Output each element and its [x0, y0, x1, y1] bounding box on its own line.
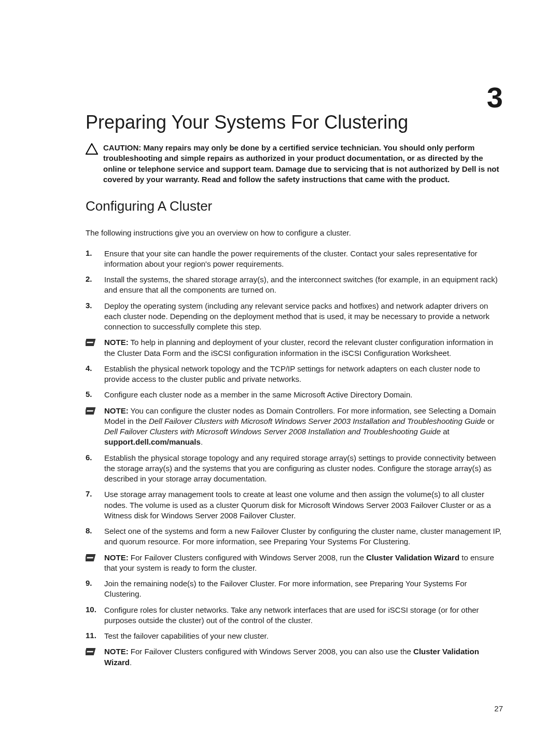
step-text: Deploy the operating system (including a…: [104, 301, 503, 333]
note-label: NOTE:: [104, 553, 129, 562]
note-label: NOTE:: [104, 338, 129, 347]
note-text: NOTE: To help in planning and deployment…: [104, 337, 503, 359]
note-label: NOTE:: [104, 406, 129, 415]
caution-icon: [86, 143, 98, 155]
note-italic: Dell Failover Clusters with Microsoft Wi…: [104, 427, 441, 436]
list-item: 6. Establish the physical storage topolo…: [86, 453, 503, 485]
step-text: Configure roles for cluster networks. Ta…: [104, 605, 503, 626]
note-prefix: For Failover Clusters configured with Wi…: [131, 647, 413, 656]
step-text: Use storage array management tools to cr…: [104, 489, 503, 521]
step-text: Configure each cluster node as a member …: [104, 390, 503, 400]
note-italic: Dell Failover Clusters with Microsoft Wi…: [149, 417, 485, 425]
note-text: NOTE: You can configure the cluster node…: [104, 406, 503, 448]
page-number: 27: [494, 704, 503, 713]
note-icon: [86, 338, 97, 347]
step-number: 7.: [86, 489, 104, 498]
note-body: To help in planning and deployment of yo…: [104, 338, 493, 357]
step-number: 10.: [86, 605, 104, 614]
note-block: NOTE: To help in planning and deployment…: [86, 337, 503, 359]
list-item: 5. Configure each cluster node as a memb…: [86, 390, 503, 400]
step-number: 1.: [86, 249, 104, 257]
note-bold: support.dell.com/manuals: [104, 437, 201, 446]
step-number: 3.: [86, 301, 104, 310]
note-prefix: For Failover Clusters configured with Wi…: [131, 553, 366, 562]
note-text: NOTE: For Failover Clusters configured w…: [104, 646, 503, 668]
note-bold: Cluster Validation Wizard: [366, 553, 459, 562]
step-number: 8.: [86, 526, 104, 535]
note-block: NOTE: For Failover Clusters configured w…: [86, 646, 503, 668]
note-block: NOTE: For Failover Clusters configured w…: [86, 553, 503, 574]
caution-body: Many repairs may only be done by a certi…: [103, 143, 499, 184]
step-text: Establish the physical storage topology …: [104, 453, 503, 485]
note-mid: or: [485, 417, 495, 425]
chapter-title: Preparing Your Systems For Clustering: [86, 112, 503, 133]
note-text: NOTE: For Failover Clusters configured w…: [104, 553, 503, 574]
step-text: Establish the physical network topology …: [104, 364, 503, 385]
section-title: Configuring A Cluster: [86, 198, 503, 214]
step-text: Install the systems, the shared storage …: [104, 274, 503, 296]
note-mid: at: [441, 427, 450, 436]
list-item: 1. Ensure that your site can handle the …: [86, 249, 503, 270]
caution-text: CAUTION: Many repairs may only be done b…: [103, 143, 503, 185]
note-label: NOTE:: [104, 647, 129, 656]
step-number: 11.: [86, 631, 104, 640]
step-number: 9.: [86, 578, 104, 587]
step-text: Select one of the systems and form a new…: [104, 526, 503, 547]
list-item: 11. Test the failover capabilities of yo…: [86, 631, 503, 641]
caution-label: CAUTION:: [103, 143, 141, 152]
step-text: Ensure that your site can handle the pow…: [104, 249, 503, 270]
list-item: 4. Establish the physical network topolo…: [86, 364, 503, 385]
list-item: 9. Join the remaining node(s) to the Fai…: [86, 578, 503, 600]
step-text: Join the remaining node(s) to the Failov…: [104, 578, 503, 600]
steps-list: 1. Ensure that your site can handle the …: [86, 249, 503, 668]
step-number: 5.: [86, 390, 104, 398]
step-number: 2.: [86, 274, 104, 283]
note-suffix: .: [201, 437, 203, 446]
note-icon: [86, 647, 97, 656]
step-number: 4.: [86, 364, 104, 373]
list-item: 7. Use storage array management tools to…: [86, 489, 503, 521]
step-text: Test the failover capabilities of your n…: [104, 631, 503, 641]
chapter-number: 3: [487, 80, 503, 114]
list-item: 8. Select one of the systems and form a …: [86, 526, 503, 547]
step-number: 6.: [86, 453, 104, 462]
section-intro: The following instructions give you an o…: [86, 228, 503, 238]
list-item: 10. Configure roles for cluster networks…: [86, 605, 503, 626]
caution-block: CAUTION: Many repairs may only be done b…: [86, 143, 503, 185]
note-suffix: .: [130, 658, 132, 667]
note-icon: [86, 406, 97, 416]
note-block: NOTE: You can configure the cluster node…: [86, 406, 503, 448]
note-icon: [86, 553, 97, 562]
list-item: 3. Deploy the operating system (includin…: [86, 301, 503, 333]
list-item: 2. Install the systems, the shared stora…: [86, 274, 503, 296]
